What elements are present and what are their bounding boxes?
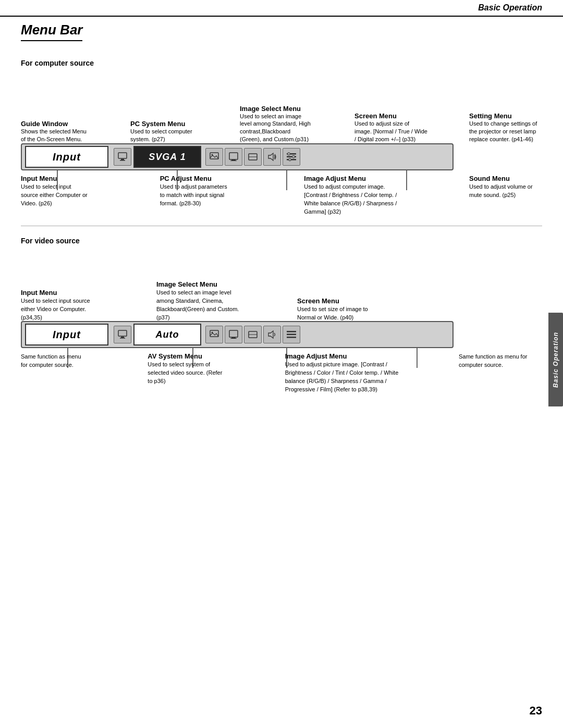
sound-icon [263, 148, 281, 166]
label-input-menu-comp: Input Menu Used to select input source e… [21, 175, 89, 207]
computer-menubar: Input SVGA 1 [21, 143, 454, 170]
svg-point-20 [292, 155, 295, 158]
svg-rect-12 [230, 161, 237, 161]
menu-icons-computer [205, 148, 300, 166]
label-screen-menu-video: Screen Menu Used to set size of image to… [297, 297, 381, 322]
svg-rect-11 [231, 159, 236, 161]
screen-icon-v [225, 326, 242, 343]
label-input-menu-video: Input Menu Used to select input source e… [21, 289, 99, 322]
label-same-function-left: Same function as menu for computer sourc… [21, 352, 89, 369]
label-guide-window: Guide Window Shows the selected Menu of … [21, 120, 89, 143]
main-content: Menu Bar For computer source Guide Windo… [0, 22, 563, 435]
page-title: Menu Bar [21, 22, 82, 41]
svg-rect-8 [210, 153, 218, 159]
label-sound-menu: Sound Menu Used to adjust volume or mute… [469, 175, 542, 199]
svg-rect-29 [118, 330, 127, 336]
svg-rect-42 [287, 337, 296, 338]
pc-icon [114, 148, 131, 166]
computer-source-label: For computer source [21, 59, 542, 67]
image-select-icon-v [205, 326, 223, 343]
label-setting-menu: Setting Menu Used to change settings of … [469, 112, 542, 143]
svg-rect-30 [121, 337, 124, 338]
screen-icon [225, 148, 242, 166]
label-image-adjust-menu-comp: Image Adjust Menu Used to adjust compute… [304, 175, 398, 215]
menu-icons-video [205, 326, 300, 343]
sidebar-tab: Basic Operation [548, 313, 563, 406]
label-pc-system-menu: PC System Menu Used to select computer s… [130, 120, 198, 143]
image-adjust-icon [244, 148, 262, 166]
svg-point-19 [288, 153, 290, 155]
svg-rect-35 [231, 337, 236, 338]
video-source-diagram: Input Menu Used to select input source e… [21, 253, 542, 393]
input-box-computer: Input [25, 146, 108, 168]
svg-rect-41 [287, 334, 296, 336]
svg-rect-32 [210, 330, 218, 337]
video-pc-icon [114, 326, 131, 343]
settings-icon-v [283, 326, 300, 343]
settings-icon [283, 148, 300, 166]
header-title: Basic Operation [478, 3, 542, 13]
header-bar: Basic Operation [0, 0, 563, 17]
svg-rect-6 [121, 159, 124, 160]
svg-rect-36 [230, 338, 237, 339]
svg-rect-40 [287, 331, 296, 332]
label-pc-adjust-menu: PC Adjust Menu Used to adjust parameters… [160, 175, 233, 207]
video-source-label: For video source [21, 237, 542, 245]
svg-rect-5 [118, 153, 127, 158]
computer-source-diagram: Guide Window Shows the selected Menu of … [21, 76, 542, 215]
svg-rect-7 [120, 160, 125, 161]
image-select-icon [205, 148, 223, 166]
system-box-video: Auto [133, 324, 201, 346]
image-adjust-icon-v [244, 326, 262, 343]
label-av-system-menu: AV System Menu Used to select system of … [148, 352, 226, 385]
label-same-function-right: Same function as menu for computer sourc… [459, 352, 542, 369]
label-image-select-menu-video: Image Select Menu Used to select an imag… [156, 280, 240, 321]
video-menubar: Input Auto [21, 321, 454, 348]
svg-marker-39 [268, 331, 273, 338]
system-box-computer: SVGA 1 [133, 146, 201, 168]
label-image-select-menu: Image Select Menu Used to select an imag… [240, 105, 313, 143]
section-divider [21, 226, 542, 226]
page-number: 23 [530, 704, 542, 718]
svg-rect-34 [229, 330, 238, 337]
svg-marker-15 [268, 153, 273, 161]
svg-rect-31 [120, 338, 125, 339]
input-box-video: Input [25, 324, 108, 346]
label-screen-menu: Screen Menu Used to adjust size of image… [354, 112, 427, 143]
svg-point-21 [289, 158, 291, 161]
label-image-adjust-menu-video: Image Adjust Menu Used to adjust picture… [285, 352, 400, 393]
svg-rect-10 [229, 153, 238, 159]
sound-icon-v [263, 326, 281, 343]
